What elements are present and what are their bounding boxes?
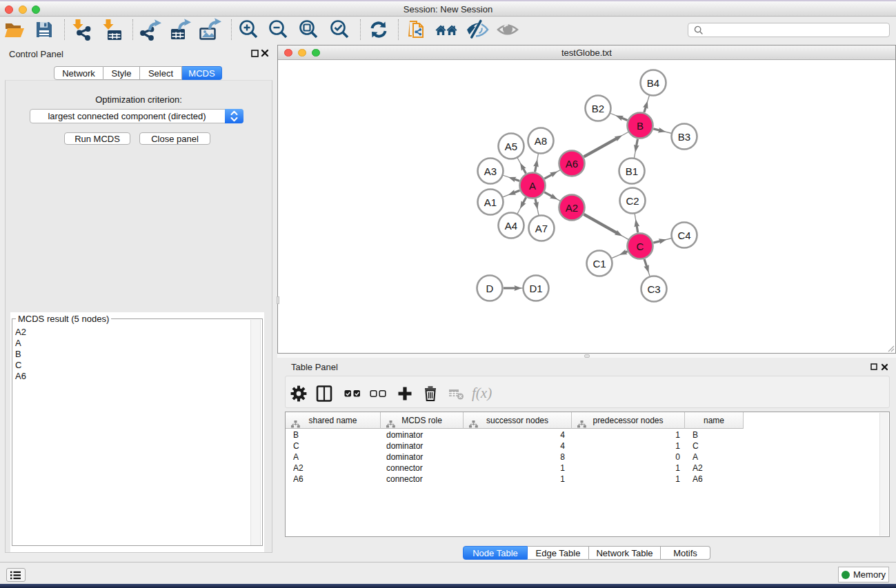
svg-text:B3: B3: [678, 131, 690, 143]
svg-text:A7: A7: [535, 223, 548, 234]
svg-text:C: C: [637, 241, 644, 252]
svg-text:C3: C3: [647, 283, 660, 295]
svg-text:B4: B4: [647, 77, 659, 89]
svg-text:C1: C1: [593, 258, 606, 270]
svg-text:C2: C2: [626, 195, 639, 207]
svg-text:B2: B2: [592, 103, 604, 114]
svg-text:A5: A5: [505, 141, 517, 152]
svg-text:A6: A6: [566, 158, 578, 170]
svg-text:A2: A2: [566, 202, 578, 214]
svg-text:B1: B1: [626, 165, 638, 177]
svg-text:A3: A3: [484, 165, 497, 177]
svg-text:D: D: [486, 283, 494, 294]
svg-text:A8: A8: [535, 135, 547, 147]
svg-text:B: B: [637, 120, 644, 132]
svg-text:A1: A1: [484, 196, 497, 208]
svg-text:A: A: [529, 180, 536, 192]
svg-text:C4: C4: [677, 230, 690, 241]
svg-text:A4: A4: [505, 220, 517, 232]
svg-text:D1: D1: [529, 283, 542, 294]
